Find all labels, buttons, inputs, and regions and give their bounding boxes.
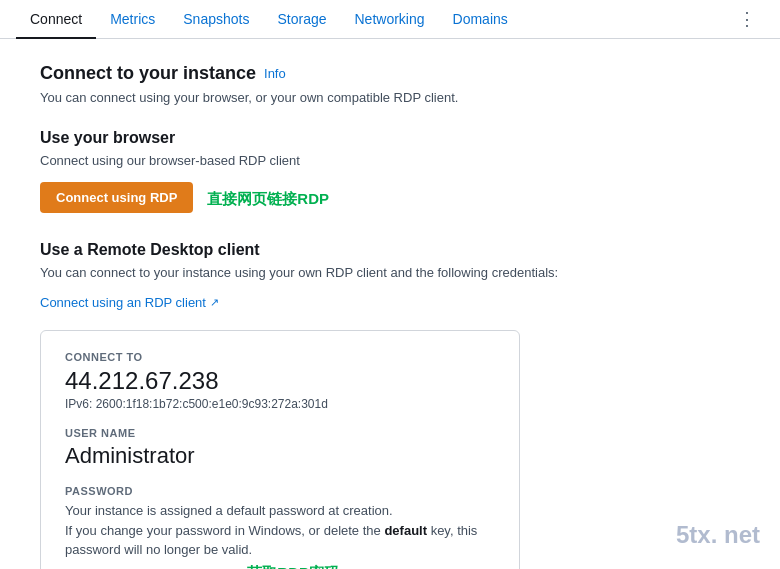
tab-bar: Connect Metrics Snapshots Storage Networ… — [0, 0, 780, 39]
password-default-key: default — [384, 523, 427, 538]
info-link[interactable]: Info — [264, 66, 286, 81]
ip-address: 44.212.67.238 — [65, 367, 495, 395]
browser-section-title: Use your browser — [40, 129, 680, 147]
tab-metrics[interactable]: Metrics — [96, 1, 169, 39]
credentials-box: CONNECT TO 44.212.67.238 IPv6: 2600:1f18… — [40, 330, 520, 569]
external-link-icon: ↗ — [210, 296, 219, 309]
password-desc-line2-pre: If you change your password in Windows, … — [65, 523, 384, 538]
username-value: Administrator — [65, 443, 495, 469]
password-description: Your instance is assigned a default pass… — [65, 501, 495, 560]
password-desc-line1: Your instance is assigned a default pass… — [65, 503, 393, 518]
title-text: Connect to your instance — [40, 63, 256, 84]
more-menu-icon[interactable]: ⋮ — [730, 0, 764, 38]
browser-section-desc: Connect using our browser-based RDP clie… — [40, 153, 680, 168]
tab-domains[interactable]: Domains — [439, 1, 522, 39]
tab-snapshots[interactable]: Snapshots — [169, 1, 263, 39]
main-content: Connect to your instance Info You can co… — [0, 39, 720, 569]
rdp-client-section-title: Use a Remote Desktop client — [40, 241, 680, 259]
connect-rdp-button[interactable]: Connect using RDP — [40, 182, 193, 213]
rdp-client-section-desc: You can connect to your instance using y… — [40, 265, 680, 280]
rdp-client-link-text: Connect using an RDP client — [40, 295, 206, 310]
tab-connect[interactable]: Connect — [16, 1, 96, 39]
ipv6-address: IPv6: 2600:1f18:1b72:c500:e1e0:9c93:272a… — [65, 397, 495, 411]
page-description: You can connect using your browser, or y… — [40, 90, 680, 105]
password-label: PASSWORD — [65, 485, 495, 497]
page-title: Connect to your instance Info — [40, 63, 680, 84]
connect-to-label: CONNECT TO — [65, 351, 495, 363]
username-label: USER NAME — [65, 427, 495, 439]
rdp-annotation: 直接网页链接RDP — [207, 190, 329, 209]
retrieve-annotation: 获取RDP密码 — [247, 564, 339, 569]
rdp-client-link[interactable]: Connect using an RDP client ↗ — [40, 295, 219, 310]
tab-storage[interactable]: Storage — [263, 1, 340, 39]
tab-networking[interactable]: Networking — [341, 1, 439, 39]
